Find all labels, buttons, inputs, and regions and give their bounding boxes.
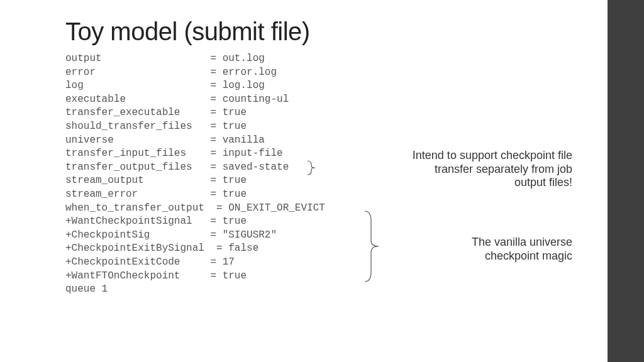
slide-title: Toy model (submit file) (65, 18, 604, 46)
annotation-checkpoint-transfer: Intend to support checkpoint file transf… (409, 149, 572, 190)
brace-icon (364, 209, 381, 283)
annotation-vanilla-magic: The vanilla universe checkpoint magic (434, 236, 572, 263)
brace-icon (306, 160, 318, 176)
side-accent-bar (608, 0, 644, 362)
